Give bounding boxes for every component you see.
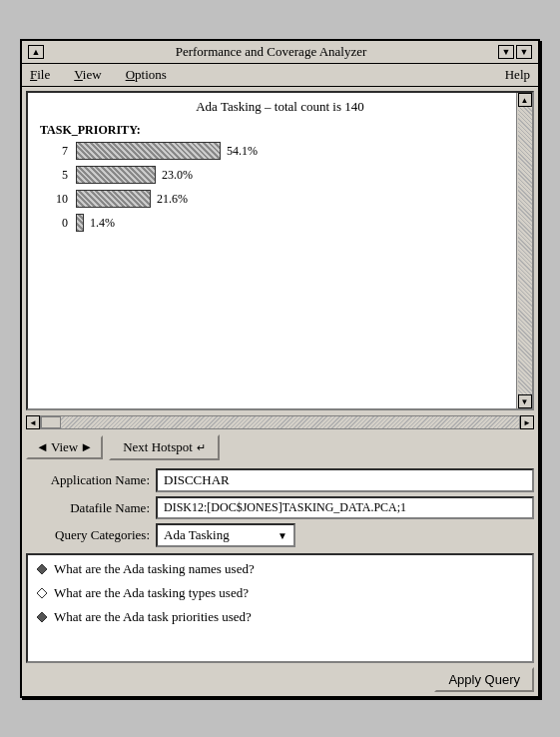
query-text-3: What are the Ada task priorities used? — [54, 609, 252, 625]
return-icon: ↵ — [197, 441, 206, 454]
bar-row-10: 10 21.6% — [40, 190, 524, 208]
query-text-2: What are the Ada tasking types used? — [54, 585, 249, 601]
bar-container-0: 1.4% — [76, 214, 115, 232]
bar-row-0: 0 1.4% — [40, 214, 524, 232]
bar-label-5: 5 — [40, 168, 68, 183]
bar-5 — [76, 166, 156, 184]
query-text-1: What are the Ada tasking names used? — [54, 561, 255, 577]
scroll-track[interactable] — [518, 107, 532, 394]
scroll-left-button[interactable]: ◄ — [26, 415, 40, 429]
view-right-arrow-icon: ► — [80, 439, 93, 455]
menu-help[interactable]: Help — [501, 66, 534, 84]
close-button[interactable]: ▼ — [516, 45, 532, 59]
scroll-down-button[interactable]: ▼ — [518, 394, 532, 408]
title-bar: ▲ Performance and Coverage Analyzer ▼ ▼ — [22, 41, 538, 64]
query-categories-value: Ada Tasking — [164, 527, 230, 543]
bar-label-10: 10 — [40, 192, 68, 207]
bar-pct-10: 21.6% — [157, 192, 188, 207]
bar-container-5: 23.0% — [76, 166, 193, 184]
query-categories-select[interactable]: Ada Tasking ▼ — [156, 523, 295, 547]
chart-panel: Ada Tasking – total count is 140 TASK_PR… — [26, 91, 534, 410]
scroll-right-button[interactable]: ► — [520, 415, 534, 429]
bar-row-5: 5 23.0% — [40, 166, 524, 184]
apply-row: Apply Query — [26, 667, 534, 692]
main-content: Ada Tasking – total count is 140 TASK_PR… — [22, 87, 538, 696]
dropdown-arrow-icon: ▼ — [278, 530, 287, 541]
app-name-row: Application Name: DISCCHAR — [26, 468, 534, 492]
bar-row-7: 7 54.1% — [40, 142, 524, 160]
diamond-filled-icon-1 — [36, 563, 48, 575]
menu-view[interactable]: View — [70, 66, 105, 84]
next-hotspot-label: Next Hotspot — [123, 439, 193, 455]
restore-button[interactable]: ▼ — [498, 45, 514, 59]
bar-7 — [76, 142, 221, 160]
svg-marker-0 — [37, 564, 47, 574]
apply-query-button[interactable]: Apply Query — [434, 667, 534, 692]
vertical-scrollbar[interactable]: ▲ ▼ — [516, 93, 532, 408]
bar-0 — [76, 214, 84, 232]
hscroll-thumb[interactable] — [41, 416, 61, 428]
query-categories-row: Query Categories: Ada Tasking ▼ — [26, 523, 534, 547]
datafile-row: Datafile Name: DISK12:[DOC$JONES]TASKING… — [26, 496, 534, 519]
minimize-button[interactable]: ▲ — [28, 45, 44, 59]
bar-pct-0: 1.4% — [90, 216, 115, 231]
bar-container-7: 54.1% — [76, 142, 258, 160]
toolbar: ◄ View ► Next Hotspot ↵ — [26, 432, 534, 462]
horizontal-scrollbar[interactable]: ◄ ► — [26, 414, 534, 430]
bar-label-7: 7 — [40, 144, 68, 159]
bar-container-10: 21.6% — [76, 190, 188, 208]
query-item-2[interactable]: What are the Ada tasking types used? — [36, 585, 524, 601]
scroll-up-button[interactable]: ▲ — [518, 93, 532, 107]
diamond-empty-icon-2 — [36, 587, 48, 599]
hscroll-track[interactable] — [40, 415, 520, 429]
window-title: Performance and Coverage Analyzer — [44, 44, 498, 60]
category-label: TASK_PRIORITY: — [40, 123, 524, 138]
menu-options[interactable]: Options — [122, 66, 171, 84]
menu-file[interactable]: File — [26, 66, 54, 84]
svg-marker-1 — [37, 588, 47, 598]
diamond-filled-icon-3 — [36, 611, 48, 623]
menu-bar: File View Options Help — [22, 64, 538, 87]
bar-pct-7: 54.1% — [227, 144, 258, 159]
bar-label-0: 0 — [40, 216, 68, 231]
view-button[interactable]: ◄ View ► — [26, 435, 103, 459]
bar-pct-5: 23.0% — [162, 168, 193, 183]
app-name-value: DISCCHAR — [156, 468, 534, 492]
view-label: View — [51, 439, 78, 455]
chart-rows: TASK_PRIORITY: 7 54.1% 5 23.0% — [36, 123, 524, 232]
query-list: What are the Ada tasking names used? Wha… — [26, 553, 534, 663]
datafile-value: DISK12:[DOC$JONES]TASKING_DATA.PCA;1 — [156, 496, 534, 519]
app-name-label: Application Name: — [26, 472, 156, 488]
svg-marker-2 — [37, 612, 47, 622]
info-section: Application Name: DISCCHAR Datafile Name… — [26, 468, 534, 547]
view-left-arrow-icon: ◄ — [36, 439, 49, 455]
chart-title: Ada Tasking – total count is 140 — [36, 99, 524, 115]
datafile-label: Datafile Name: — [26, 500, 156, 516]
query-categories-label: Query Categories: — [26, 527, 156, 543]
query-item-3[interactable]: What are the Ada task priorities used? — [36, 609, 524, 625]
main-window: ▲ Performance and Coverage Analyzer ▼ ▼ … — [20, 39, 540, 698]
next-hotspot-button[interactable]: Next Hotspot ↵ — [109, 434, 220, 460]
bar-10 — [76, 190, 151, 208]
query-item-1[interactable]: What are the Ada tasking names used? — [36, 561, 524, 577]
